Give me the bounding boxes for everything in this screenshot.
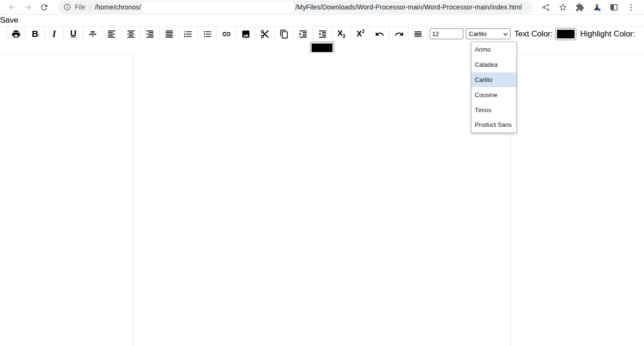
outdent-button[interactable] [313, 27, 332, 41]
font-option-timos[interactable]: Timos [471, 102, 516, 117]
align-center-icon [126, 29, 136, 39]
share-button[interactable] [540, 1, 552, 13]
superscript-icon: X2 [357, 29, 365, 39]
extensions-button[interactable] [574, 1, 586, 13]
text-color-swatch[interactable] [555, 28, 576, 40]
chevron-down-icon [503, 31, 508, 37]
cut-button[interactable] [255, 27, 275, 41]
forward-arrow-icon [24, 3, 33, 12]
indent-button[interactable] [294, 27, 313, 41]
browser-menu-button[interactable] [625, 1, 637, 13]
indent-increase-icon [298, 29, 308, 39]
unordered-list-icon [203, 29, 212, 39]
copy-icon [279, 29, 289, 39]
image-button[interactable] [236, 27, 256, 41]
bold-icon: B [32, 29, 38, 39]
ordered-list-icon [183, 29, 193, 39]
reload-button[interactable] [38, 1, 50, 13]
extensions-puzzle-icon [575, 3, 584, 12]
font-dropdown: Arimo Caladea Carlito Cousine Timos Prod… [471, 42, 517, 133]
strikethrough-icon [88, 29, 97, 39]
ordered-list-button[interactable] [179, 27, 198, 41]
split-screen-icon [609, 3, 618, 12]
superscript-button[interactable]: X2 [351, 27, 371, 41]
highlight-color-value [312, 44, 332, 52]
editor-toolbar: B I U X2 X2 [0, 26, 644, 55]
experiments-button[interactable] [591, 1, 603, 13]
undo-button[interactable] [370, 27, 390, 41]
align-right-button[interactable] [140, 27, 160, 41]
url-redaction-blob [141, 1, 295, 13]
font-option-arimo[interactable]: Arimo [471, 42, 516, 57]
browser-toolbar: File | /home/chronos/ /MyFiles/Downloads… [0, 0, 644, 15]
justify-icon [165, 29, 174, 39]
back-button[interactable] [6, 1, 18, 13]
subscript-icon: X2 [338, 29, 346, 39]
text-color-label: Text Color: [514, 29, 553, 39]
horizontal-rule-button[interactable] [409, 27, 428, 41]
link-icon [222, 29, 231, 39]
unordered-list-button[interactable] [198, 27, 218, 41]
split-screen-button[interactable] [608, 1, 620, 13]
share-icon [541, 3, 550, 12]
bookmark-star-icon [558, 3, 567, 12]
document-page[interactable] [133, 53, 511, 346]
back-arrow-icon [8, 3, 17, 12]
redo-button[interactable] [390, 27, 409, 41]
font-size-input[interactable] [430, 28, 463, 39]
text-color-value [557, 30, 574, 38]
align-left-icon [107, 29, 116, 39]
italic-icon: I [52, 29, 56, 39]
kebab-menu-icon [627, 3, 635, 12]
save-row: Save [0, 15, 644, 26]
image-icon [241, 29, 251, 39]
address-bar[interactable]: File | /home/chronos/ /MyFiles/Downloads… [58, 0, 532, 14]
highlight-color-label: Highlight Color: [580, 29, 635, 39]
url-text-suffix: /MyFiles/Downloads/Word-Processor-main/W… [295, 3, 522, 11]
italic-button[interactable]: I [45, 27, 64, 41]
save-button[interactable]: Save [0, 15, 18, 26]
subscript-button[interactable]: X2 [332, 27, 351, 41]
file-scheme-label: File [75, 3, 86, 11]
forward-button[interactable] [22, 1, 34, 13]
font-option-carlito[interactable]: Carlito [471, 72, 516, 88]
undo-icon [375, 29, 384, 39]
underline-button[interactable]: U [64, 27, 83, 41]
browser-actions [537, 1, 639, 13]
bookmark-button[interactable] [557, 1, 569, 13]
flask-icon [592, 3, 601, 12]
font-option-cousine[interactable]: Cousine [471, 87, 516, 102]
link-button[interactable] [217, 27, 236, 41]
info-icon[interactable] [63, 3, 71, 11]
indent-decrease-icon [318, 29, 327, 39]
font-family-selected-value: Carlito [469, 30, 503, 37]
redo-icon [394, 29, 404, 39]
justify-button[interactable] [160, 27, 179, 41]
url-text-prefix: /home/chronos/ [95, 3, 141, 11]
strikethrough-button[interactable] [83, 27, 103, 41]
font-option-product-sans[interactable]: Product Sans [471, 117, 516, 133]
underline-icon: U [70, 29, 77, 39]
font-option-caladea[interactable]: Caladea [471, 57, 516, 72]
align-center-button[interactable] [122, 27, 141, 41]
align-right-icon [145, 29, 155, 39]
bold-button[interactable]: B [26, 27, 45, 41]
scissors-icon [260, 29, 270, 39]
align-left-button[interactable] [102, 27, 122, 41]
printer-icon [11, 29, 21, 39]
scheme-divider: | [89, 3, 91, 11]
reload-icon [40, 3, 49, 12]
font-family-select[interactable]: Carlito [466, 28, 511, 39]
copy-button[interactable] [275, 27, 294, 41]
horizontal-rule-icon [413, 29, 423, 39]
highlight-color-swatch[interactable] [310, 42, 334, 54]
print-button[interactable] [7, 27, 26, 41]
